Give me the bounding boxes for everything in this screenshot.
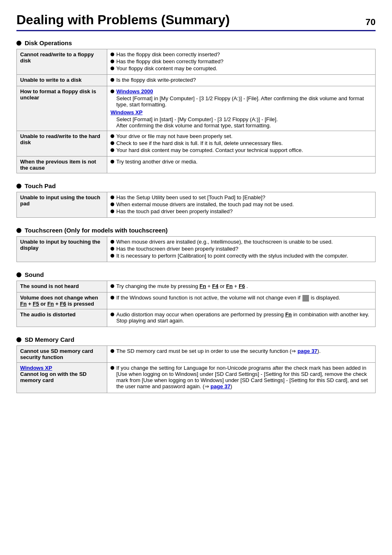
row-label: Cannot read/write to a floppy disk — [17, 49, 107, 75]
bullet-text: Your hard disk content may be corrupted.… — [116, 147, 303, 153]
bullet-item: If the Windows sound function is not act… — [111, 295, 372, 302]
row-content: Try changing the mute by pressing Fn + F… — [107, 281, 376, 292]
bullet-text: Try changing the mute by pressing Fn + F… — [116, 283, 248, 289]
bullet-item: Has the touchscreen driver been properly… — [111, 246, 372, 252]
windows-xp-label-sd: Windows XP — [20, 365, 52, 371]
row-content: The SD memory card must be set up in ord… — [107, 346, 376, 363]
section-heading-label-disk: Disk Operations — [25, 39, 72, 46]
sound-table: The sound is not heard Try changing the … — [16, 281, 376, 327]
bullet-dot — [111, 196, 114, 199]
kbd-fn3: Fn — [20, 301, 27, 307]
sd-memory-table: Cannot use SD memory card security funct… — [16, 345, 376, 393]
section-bullet-sd — [16, 337, 21, 342]
section-heading-touchscreen: Touchscreen (Only for models with touchs… — [16, 227, 376, 234]
bullet-dot — [111, 313, 114, 316]
row-label: Unable to read/write to the hard disk — [17, 131, 107, 157]
bullet-item: Check to see if the hard disk is full. I… — [111, 140, 372, 146]
windows-2000-link: Windows 2000 — [116, 88, 153, 94]
bullet-item: Audio distortion may occur when operatio… — [111, 311, 372, 324]
section-heading-label-sd: SD Memory Card — [25, 336, 74, 343]
row-content: Has the Setup Utility been used to set [… — [107, 192, 376, 218]
bullet-text: Audio distortion may occur when operatio… — [116, 311, 372, 324]
page-title: Dealing with Problems (Summary) — [16, 12, 230, 28]
kbd-f6: F6 — [239, 283, 245, 289]
bullet-item: Has the floppy disk been correctly inser… — [111, 51, 372, 58]
table-row: Unable to input using the touch pad Has … — [17, 192, 376, 218]
touch-pad-table: Unable to input using the touch pad Has … — [16, 192, 376, 218]
bullet-text: Has the touchscreen driver been properly… — [116, 246, 238, 252]
page-header: Dealing with Problems (Summary) 70 — [16, 12, 376, 31]
bullet-item: When mouse drivers are installed (e.g., … — [111, 239, 372, 245]
row-content: If you change the setting for Language f… — [107, 363, 376, 393]
section-heading-label-touchscreen: Touchscreen (Only for models with touchs… — [25, 227, 168, 234]
bullet-item: Windows 2000 — [111, 88, 372, 94]
bullet-item: Your floppy disk content may be corrupte… — [111, 65, 372, 71]
section-heading-label-touchpad: Touch Pad — [25, 182, 56, 189]
bullet-dot — [111, 366, 114, 370]
row-label: Windows XP Cannot log on with the SD mem… — [17, 363, 107, 393]
bullet-dot — [111, 254, 114, 258]
bullet-dot — [111, 284, 114, 288]
table-row: Cannot read/write to a floppy disk Has t… — [17, 49, 376, 75]
speaker-icon — [302, 295, 309, 302]
bullet-text: If the Windows sound function is not act… — [116, 295, 340, 302]
bullet-text: When external mouse drivers are installe… — [116, 201, 294, 207]
kbd-f6b: F6 — [60, 301, 66, 307]
bullet-text: Check to see if the hard disk is full. I… — [116, 140, 283, 146]
bullet-dot — [111, 67, 114, 70]
row-content: Try testing another drive or media. — [107, 157, 376, 173]
bullet-item: Try testing another drive or media. — [111, 159, 372, 165]
bullet-dot — [111, 60, 114, 63]
bullet-text: When mouse drivers are installed (e.g., … — [116, 239, 333, 245]
bullet-item: Has the floppy disk been correctly forma… — [111, 58, 372, 64]
bullet-dot — [111, 53, 114, 56]
kbd-fn2: Fn — [226, 283, 233, 289]
row-label: Unable to input by touching the display — [17, 237, 107, 262]
windows-xp-heading: Windows XP — [111, 109, 372, 115]
bullet-item: Your drive or file may not have been pro… — [111, 133, 372, 139]
section-touch-pad: Touch Pad Unable to input using the touc… — [16, 182, 376, 218]
row-label: Cannot use SD memory card security funct… — [17, 346, 107, 363]
table-row: Unable to write to a disk Is the floppy … — [17, 75, 376, 86]
page-37-link-1[interactable]: page 37 — [297, 348, 317, 354]
section-heading-touchpad: Touch Pad — [16, 182, 376, 189]
row-content: If the Windows sound function is not act… — [107, 292, 376, 309]
bullet-text: If you change the setting for Language f… — [116, 365, 372, 390]
table-row: Unable to read/write to the hard disk Yo… — [17, 131, 376, 157]
section-disk-operations: Disk Operations Cannot read/write to a f… — [16, 39, 376, 173]
table-row: Cannot use SD memory card security funct… — [17, 346, 376, 363]
kbd-f5: F5 — [33, 301, 39, 307]
table-row: Volume does not change when Fn + F5 or F… — [17, 292, 376, 309]
bullet-text: The SD memory card must be set up in ord… — [116, 348, 321, 355]
bullet-item: Is the floppy disk write-protected? — [111, 77, 372, 83]
bullet-dot — [111, 90, 114, 93]
row-content-format-floppy: Windows 2000 Select [Format] in [My Comp… — [107, 86, 376, 131]
section-bullet-sound — [16, 272, 21, 277]
section-bullet-touchpad — [16, 184, 21, 189]
bullet-text: Is the floppy disk write-protected? — [116, 77, 196, 83]
table-row: Windows XP Cannot log on with the SD mem… — [17, 363, 376, 393]
row-content: Audio distortion may occur when operatio… — [107, 309, 376, 327]
bullet-item: Try changing the mute by pressing Fn + F… — [111, 283, 372, 289]
table-row: Unable to input by touching the display … — [17, 237, 376, 262]
section-touchscreen: Touchscreen (Only for models with touchs… — [16, 227, 376, 262]
kbd-f4: F4 — [212, 283, 218, 289]
bullet-item: It is necessary to perform [Calibration]… — [111, 253, 372, 259]
row-content: Has the floppy disk been correctly inser… — [107, 49, 376, 75]
format-instructions-winxp: Select [Format] in [start] - [My Compute… — [116, 116, 372, 129]
kbd-fn: Fn — [200, 283, 206, 289]
bullet-dot — [111, 141, 114, 145]
bullet-text: Has the floppy disk been correctly forma… — [116, 58, 224, 64]
bullet-dot — [111, 240, 114, 244]
section-bullet-disk — [16, 41, 21, 46]
section-heading-disk: Disk Operations — [16, 39, 376, 46]
page-number: 70 — [366, 17, 376, 28]
page-37-link-2[interactable]: page 37 — [210, 383, 230, 389]
row-label: When the previous item is not the cause — [17, 157, 107, 173]
table-row: The sound is not heard Try changing the … — [17, 281, 376, 292]
section-sound: Sound The sound is not heard Try changin… — [16, 271, 376, 327]
row-content: Your drive or file may not have been pro… — [107, 131, 376, 157]
row-label: Unable to input using the touch pad — [17, 192, 107, 218]
bullet-text: Has the touch pad driver been properly i… — [116, 208, 233, 214]
bullet-dot — [111, 349, 114, 353]
